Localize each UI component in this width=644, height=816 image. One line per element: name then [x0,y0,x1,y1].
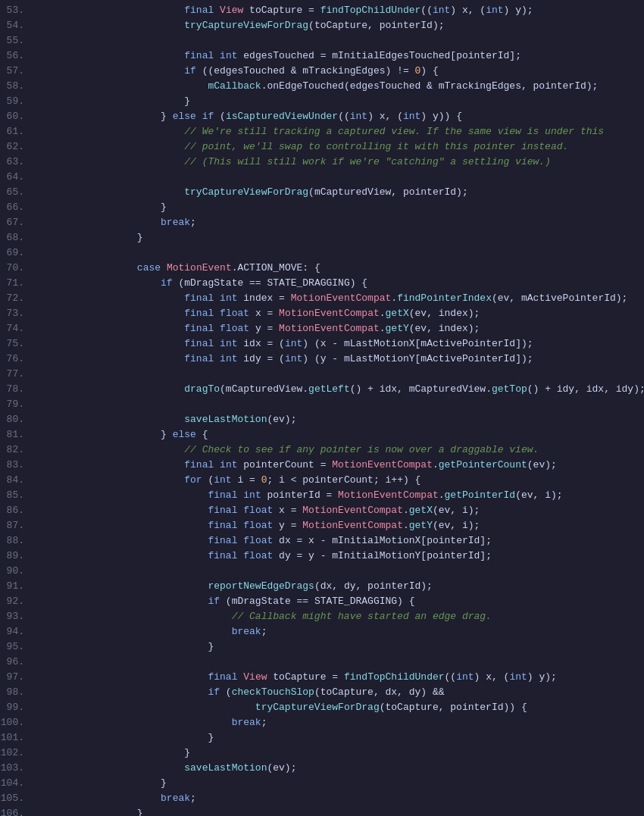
line-number: 93. [0,609,30,624]
code-line: if ((edgesTouched & mTrackingEdges) != 0… [42,64,644,79]
line-number: 58. [0,79,30,94]
code-line: final float dx = x - mInitialMotionX[poi… [42,533,644,549]
line-number: 64. [0,170,30,185]
line-number: 106. [0,806,30,816]
code-line: final View toCapture = findTopChildUnder… [42,3,644,18]
line-number-column: 53.54.55.56.57.58.59.60.61.62.63.64.65.6… [0,3,36,816]
line-number: 102. [0,746,30,761]
line-number: 74. [0,321,30,336]
code-line [42,655,644,670]
code-line: } [42,730,644,746]
code-line: for (int i = 0; i < pointerCount; i++) { [42,473,644,488]
line-number: 56. [0,48,30,64]
line-number: 100. [0,715,30,730]
line-number: 84. [0,473,30,488]
code-content: final View toCapture = findTopChildUnder… [36,3,644,816]
line-number: 65. [0,185,30,200]
code-line: final float x = MotionEventCompat.getX(e… [42,306,644,321]
code-line: saveLastMotion(ev); [42,412,644,427]
line-number: 92. [0,594,30,609]
line-number: 91. [0,579,30,594]
line-number: 59. [0,94,30,109]
code-line: break; [42,791,644,806]
line-number: 72. [0,291,30,306]
code-line: final View toCapture = findTopChildUnder… [42,670,644,685]
line-number: 97. [0,670,30,685]
line-number: 67. [0,215,30,230]
line-number: 55. [0,33,30,48]
code-line: if (mDragState == STATE_DRAGGING) { [42,594,644,609]
code-line: reportNewEdgeDrags(dx, dy, pointerId); [42,579,644,594]
line-number: 62. [0,139,30,155]
line-number: 90. [0,564,30,579]
code-line: } [42,776,644,791]
line-number: 79. [0,397,30,412]
code-line [42,33,644,48]
code-line: final int pointerCount = MotionEventComp… [42,458,644,473]
line-number: 70. [0,261,30,276]
code-line: final int index = MotionEventCompat.find… [42,291,644,306]
code-line: } [42,94,644,109]
line-number: 83. [0,458,30,473]
code-line: final float y = MotionEventCompat.getY(e… [42,321,644,336]
line-number: 77. [0,367,30,382]
code-line: // Check to see if any pointer is now ov… [42,442,644,458]
line-number: 98. [0,685,30,700]
line-number: 94. [0,624,30,639]
code-line: // (This will still work if we're "catch… [42,155,644,170]
code-line [42,170,644,185]
code-line: mCallback.onEdgeTouched(edgesTouched & m… [42,79,644,94]
code-line: dragTo(mCapturedView.getLeft() + idx, mC… [42,382,644,397]
code-line: final int idx = (int) (x - mLastMotionX[… [42,336,644,352]
code-line: } [42,200,644,215]
line-number: 68. [0,230,30,245]
line-number: 61. [0,124,30,139]
line-number: 89. [0,549,30,564]
line-number: 76. [0,352,30,367]
code-line: // point, we'll swap to controlling it w… [42,139,644,155]
code-line: } [42,639,644,655]
line-number: 75. [0,336,30,352]
code-line: break; [42,624,644,639]
line-number: 101. [0,730,30,746]
code-line: // We're still tracking a captured view.… [42,124,644,139]
line-number: 63. [0,155,30,170]
line-number: 60. [0,109,30,124]
code-line: final int idy = (int) (y - mLastMotionY[… [42,352,644,367]
code-line: tryCaptureViewForDrag(mCapturedView, poi… [42,185,644,200]
code-line: } [42,746,644,761]
code-line: saveLastMotion(ev); [42,761,644,776]
line-number: 95. [0,639,30,655]
line-number: 69. [0,245,30,261]
line-number: 103. [0,761,30,776]
code-line: break; [42,215,644,230]
code-line: case MotionEvent.ACTION_MOVE: { [42,261,644,276]
code-line: final float dy = y - mInitialMotionY[poi… [42,549,644,564]
code-line: } else { [42,427,644,442]
line-number: 88. [0,533,30,549]
code-line: tryCaptureViewForDrag(toCapture, pointer… [42,18,644,33]
line-number: 86. [0,503,30,518]
code-line: if (mDragState == STATE_DRAGGING) { [42,276,644,291]
code-line: final int edgesTouched = mInitialEdgesTo… [42,48,644,64]
line-number: 82. [0,442,30,458]
line-number: 85. [0,488,30,503]
line-number: 105. [0,791,30,806]
line-number: 87. [0,518,30,533]
code-block: 53.54.55.56.57.58.59.60.61.62.63.64.65.6… [0,0,644,816]
code-line: tryCaptureViewForDrag(toCapture, pointer… [42,700,644,715]
line-number: 53. [0,3,30,18]
line-number: 80. [0,412,30,427]
code-line [42,564,644,579]
code-line [42,367,644,382]
code-line [42,245,644,261]
line-number: 104. [0,776,30,791]
code-line [42,397,644,412]
code-line: final float x = MotionEventCompat.getX(e… [42,503,644,518]
line-number: 73. [0,306,30,321]
line-number: 81. [0,427,30,442]
line-number: 71. [0,276,30,291]
code-line: } [42,806,644,816]
code-line: final float y = MotionEventCompat.getY(e… [42,518,644,533]
code-line: } [42,230,644,245]
